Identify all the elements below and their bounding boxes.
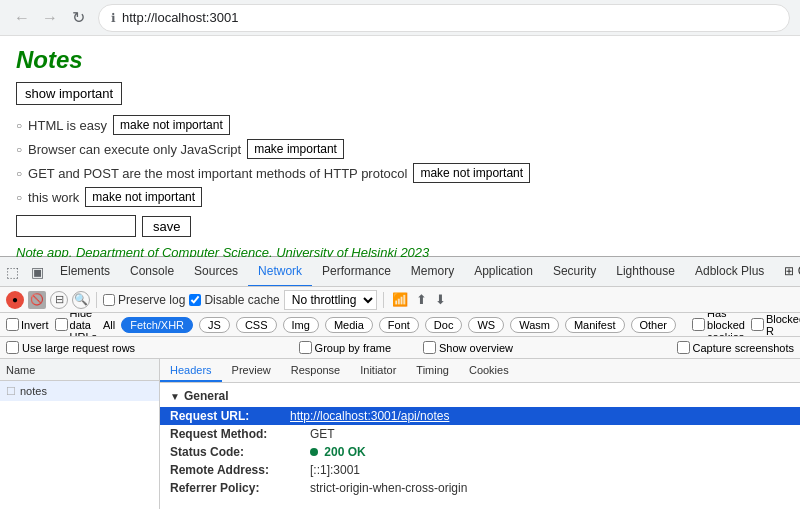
url-text: http://localhost:3001 [122, 10, 238, 25]
blocked-cookies-checkbox[interactable]: Has blocked cookies [692, 313, 745, 337]
throttle-select[interactable]: No throttling [284, 290, 377, 310]
tab-console[interactable]: Console [120, 257, 184, 287]
address-bar[interactable]: ℹ http://localhost:3001 [98, 4, 790, 32]
name-column-header: Name [6, 364, 153, 376]
upload-icon: ⬆ [414, 292, 429, 307]
devtools-icon-cursor: ⬚ [0, 264, 25, 280]
disable-cache-checkbox[interactable]: Disable cache [189, 293, 279, 307]
filter-pill-css[interactable]: CSS [236, 317, 277, 333]
notes-list: HTML is easy make not important Browser … [16, 115, 784, 207]
app-title: Notes [16, 46, 784, 74]
filter-pill-doc[interactable]: Doc [425, 317, 463, 333]
save-row: save [16, 215, 784, 237]
filter-pill-img[interactable]: Img [283, 317, 319, 333]
note-text: Browser can execute only JavaScript [28, 142, 241, 157]
request-url-value: http://localhost:3001/api/notes [290, 409, 449, 423]
tab-security[interactable]: Security [543, 257, 606, 287]
all-filter-label: All [103, 319, 115, 331]
referrer-policy-label: Referrer Policy: [170, 481, 310, 495]
status-code-label: Status Code: [170, 445, 310, 459]
search-button[interactable]: 🔍 [72, 291, 90, 309]
tab-elements[interactable]: Elements [50, 257, 120, 287]
filter-pill-js[interactable]: JS [199, 317, 230, 333]
preserve-log-label: Preserve log [118, 293, 185, 307]
status-text: 200 OK [324, 445, 365, 459]
tab-memory[interactable]: Memory [401, 257, 464, 287]
tab-application[interactable]: Application [464, 257, 543, 287]
list-item: GET and POST are the most important meth… [16, 163, 784, 183]
large-request-rows-checkbox[interactable]: Use large request rows [6, 341, 135, 354]
record-button[interactable]: ● [6, 291, 24, 309]
detail-tab-response[interactable]: Response [281, 359, 351, 382]
tab-lighthouse[interactable]: Lighthouse [606, 257, 685, 287]
list-item: HTML is easy make not important [16, 115, 784, 135]
detail-tab-cookies[interactable]: Cookies [459, 359, 519, 382]
detail-tab-initiator[interactable]: Initiator [350, 359, 406, 382]
preserve-log-checkbox[interactable]: Preserve log [103, 293, 185, 307]
tab-sources[interactable]: Sources [184, 257, 248, 287]
filter-pill-media[interactable]: Media [325, 317, 373, 333]
note-importance-button[interactable]: make not important [413, 163, 530, 183]
save-input[interactable] [16, 215, 136, 237]
save-button[interactable]: save [142, 216, 191, 237]
note-importance-button[interactable]: make not important [85, 187, 202, 207]
divider [383, 292, 384, 308]
filter-pill-fetchxhr[interactable]: Fetch/XHR [121, 317, 193, 333]
referrer-policy-value: strict-origin-when-cross-origin [310, 481, 467, 495]
filter-pill-manifest[interactable]: Manifest [565, 317, 625, 333]
divider [96, 292, 97, 308]
general-section: General Request URL: http://localhost:30… [160, 383, 800, 503]
network-detail: Headers Preview Response Initiator Timin… [160, 359, 800, 509]
back-button[interactable]: ← [10, 6, 34, 30]
refresh-button[interactable]: ↻ [66, 6, 90, 30]
group-by-frame-checkbox[interactable]: Group by frame [299, 341, 391, 354]
download-icon: ⬇ [433, 292, 448, 307]
tab-network[interactable]: Network [248, 257, 312, 287]
note-text: this work [28, 190, 79, 205]
request-method-value: GET [310, 427, 335, 441]
wifi-icon: 📶 [390, 292, 410, 307]
section-header-general: General [170, 389, 790, 403]
status-dot [310, 448, 318, 456]
forward-button[interactable]: → [38, 6, 62, 30]
detail-tab-bar: Headers Preview Response Initiator Timin… [160, 359, 800, 383]
detail-tab-timing[interactable]: Timing [406, 359, 459, 382]
tab-performance[interactable]: Performance [312, 257, 401, 287]
sidebar-header: Name [0, 359, 159, 381]
filter-pill-other[interactable]: Other [631, 317, 677, 333]
hide-data-urls-checkbox[interactable]: Hide data URLs [55, 313, 98, 337]
detail-tab-preview[interactable]: Preview [222, 359, 281, 382]
filter-pill-wasm[interactable]: Wasm [510, 317, 559, 333]
show-overview-checkbox[interactable]: Show overview [423, 341, 513, 354]
referrer-policy-row: Referrer Policy: strict-origin-when-cros… [170, 479, 790, 497]
filter-button[interactable]: ⊟ [50, 291, 68, 309]
request-method-label: Request Method: [170, 427, 310, 441]
app-content: Notes show important HTML is easy make n… [0, 36, 800, 256]
blocked-r-checkbox[interactable]: Blocked R [751, 313, 800, 337]
status-code-value: 200 OK [310, 445, 366, 459]
request-method-row: Request Method: GET [170, 425, 790, 443]
lock-icon: ℹ [111, 11, 116, 25]
note-importance-button[interactable]: make not important [113, 115, 230, 135]
tab-components[interactable]: ⊞ Components [774, 257, 800, 287]
invert-checkbox[interactable]: Invert [6, 318, 49, 331]
status-code-row: Status Code: 200 OK [170, 443, 790, 461]
capture-screenshots-checkbox[interactable]: Capture screenshots [677, 341, 795, 354]
options-row: Use large request rows Group by frame Sh… [0, 337, 800, 359]
row-name: notes [20, 385, 47, 397]
browser-chrome: ← → ↻ ℹ http://localhost:3001 [0, 0, 800, 36]
devtools-body: Name ☐ notes Headers Preview Response In… [0, 359, 800, 509]
filter-pill-font[interactable]: Font [379, 317, 419, 333]
request-url-row: Request URL: http://localhost:3001/api/n… [160, 407, 800, 425]
filter-pill-ws[interactable]: WS [468, 317, 504, 333]
network-row[interactable]: ☐ notes [0, 381, 159, 401]
detail-tab-headers[interactable]: Headers [160, 359, 222, 382]
tab-adblock[interactable]: Adblock Plus [685, 257, 774, 287]
row-icon: ☐ [6, 385, 16, 398]
clear-button[interactable]: 🚫 [28, 291, 46, 309]
show-important-button[interactable]: show important [16, 82, 122, 105]
note-text: GET and POST are the most important meth… [28, 166, 407, 181]
request-url-label: Request URL: [170, 409, 290, 423]
devtools-panel: ⬚ ▣ Elements Console Sources Network Per… [0, 256, 800, 509]
note-importance-button[interactable]: make important [247, 139, 344, 159]
